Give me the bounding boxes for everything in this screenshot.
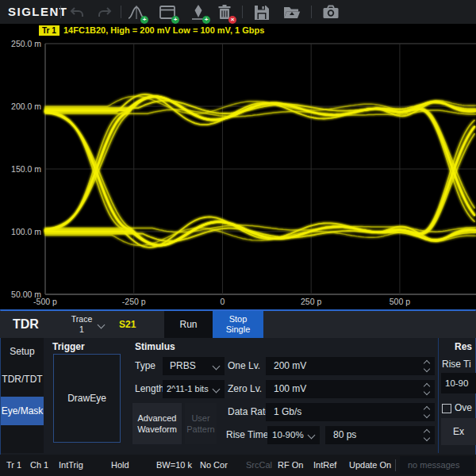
redo-button[interactable]	[94, 2, 115, 23]
status-item-rf-on: RF On	[278, 455, 303, 476]
y-tick-label: 250.0 m	[5, 39, 41, 48]
trace-selector[interactable]: Trace 1	[67, 314, 97, 335]
plus-badge-icon: +	[140, 16, 148, 24]
s-parameter-label[interactable]: S21	[119, 311, 136, 338]
rise-time-label: Rise Time	[226, 426, 268, 444]
tab-tdr-tdt[interactable]: TDR/TDT	[1, 370, 44, 388]
status-item-ch-1: Ch 1	[30, 455, 48, 476]
spinner-icon[interactable]	[424, 360, 430, 372]
type-dropdown[interactable]: PRBS	[163, 357, 225, 375]
x-tick-label: 0	[197, 297, 248, 306]
user-pattern-button[interactable]: User Pattern	[185, 403, 217, 444]
delete-badge-icon: ×	[228, 16, 236, 24]
open-folder-icon	[282, 2, 302, 23]
status-item-bw-10-k: BW=10 k	[156, 455, 192, 476]
spinner-icon[interactable]	[424, 429, 430, 441]
status-item-no-cor: No Cor	[200, 455, 228, 476]
toolbar-separator	[311, 6, 312, 18]
run-button[interactable]: Run	[164, 311, 213, 338]
status-item-inttrig: IntTrig	[59, 455, 83, 476]
trace-parameters: 14FC1B20, High = 200 mV Low = 100 mV, 1 …	[63, 25, 264, 36]
plus-badge-icon: +	[171, 16, 179, 24]
instrument-screen: SIGLENT +	[0, 0, 476, 476]
x-tick-label: 500 p	[374, 297, 425, 306]
plus-badge-icon: +	[202, 16, 210, 24]
recall-button[interactable]	[282, 2, 302, 23]
brand-logo: SIGLENT	[8, 0, 68, 24]
data-rate-label: Data Rate	[228, 403, 271, 421]
overlay-checkbox[interactable]	[442, 404, 451, 413]
zero-level-field[interactable]: 100 mV	[266, 380, 435, 398]
y-tick-label: 150.0 m	[5, 164, 41, 174]
y-tick-label: 200.0 m	[5, 102, 41, 111]
toolbar: SIGLENT +	[0, 0, 476, 24]
response-group-title: Res	[455, 341, 472, 352]
status-item-hold: Hold	[111, 455, 129, 476]
section-separator	[438, 338, 439, 453]
toolbar-separator	[60, 6, 61, 18]
undo-icon	[67, 2, 87, 23]
save-icon	[251, 2, 272, 23]
status-item-srccal: SrcCal	[246, 455, 272, 476]
status-message: no messages	[408, 455, 459, 476]
length-label: Length	[135, 380, 164, 398]
zero-level-label: Zero Lv.	[228, 380, 262, 398]
chevron-down-icon	[213, 363, 221, 370]
screenshot-button[interactable]	[321, 2, 341, 23]
tab-eye-mask[interactable]: Eye/Mask	[1, 397, 44, 425]
save-button[interactable]	[251, 2, 272, 23]
advanced-waveform-button[interactable]: Advanced Waveform	[132, 403, 182, 444]
x-tick-label: -250 p	[109, 297, 159, 306]
toolbar-separator	[242, 6, 243, 18]
x-tick-label: 250 p	[286, 297, 336, 306]
add-window-button[interactable]: +	[157, 2, 178, 23]
trigger-group-title: Trigger	[52, 341, 85, 352]
x-tick-label: -500 p	[20, 297, 71, 306]
spinner-icon[interactable]	[424, 406, 430, 418]
overlay-label: Ove	[455, 399, 472, 417]
add-marker-button[interactable]: +	[188, 2, 209, 23]
chevron-down-icon	[308, 432, 316, 440]
eye-diagram-plot	[0, 37, 476, 309]
grid	[45, 44, 476, 294]
response-rise-time-label: Rise Ti	[442, 355, 471, 374]
length-dropdown[interactable]: 2^11-1 bits	[163, 380, 225, 398]
trace-chip[interactable]: Tr 1	[39, 25, 60, 36]
redo-icon	[94, 2, 115, 23]
chevron-down-icon	[213, 386, 221, 393]
status-separator	[395, 459, 396, 471]
type-label: Type	[135, 357, 155, 375]
spinner-icon[interactable]	[424, 383, 430, 395]
status-item-update-on: Update On	[349, 455, 391, 476]
one-level-label: One Lv.	[228, 357, 260, 375]
stop-single-button[interactable]: Stop Single	[213, 311, 263, 338]
delete-trace-button[interactable]: ×	[214, 2, 235, 23]
add-trace-button[interactable]: +	[126, 2, 147, 23]
stimulus-group-title: Stimulus	[135, 341, 175, 352]
draw-eye-button[interactable]: Draw Eye	[53, 354, 121, 443]
extract-button[interactable]: Ex	[441, 418, 476, 445]
tab-setup[interactable]: Setup	[1, 343, 44, 360]
y-tick-label: 100.0 m	[5, 227, 41, 236]
status-item-tr-1: Tr 1	[6, 455, 21, 476]
status-item-intref: IntRef	[313, 455, 336, 476]
camera-icon	[321, 2, 341, 23]
eye-trace	[45, 94, 476, 248]
toolbar-separator	[121, 6, 121, 18]
rise-time-ref-dropdown[interactable]: 10-90%	[267, 426, 320, 444]
response-rise-dropdown[interactable]: 10-90	[441, 373, 476, 393]
one-level-field[interactable]: 200 mV	[266, 357, 435, 375]
mode-label: TDR	[13, 311, 39, 338]
data-rate-field[interactable]: 1 Gb/s	[266, 403, 435, 421]
undo-button[interactable]	[67, 2, 87, 23]
rise-time-field[interactable]: 80 ps	[325, 426, 435, 444]
trace-info-bar: Tr 1 14FC1B20, High = 200 mV Low = 100 m…	[0, 24, 476, 37]
